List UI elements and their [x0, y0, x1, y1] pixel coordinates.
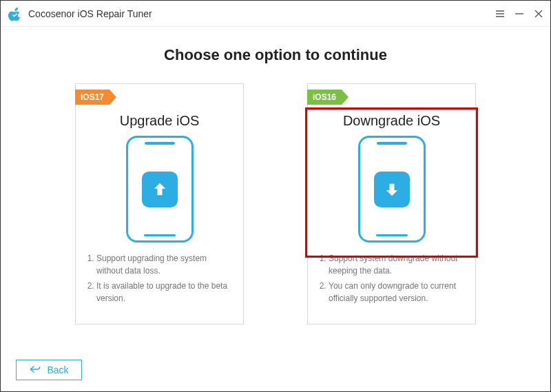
- arrow-down-icon: [374, 172, 410, 207]
- upgrade-bullet-2: It is available to upgrade to the beta v…: [96, 280, 231, 305]
- page-title: Choose one option to continue: [1, 46, 550, 64]
- downgrade-card[interactable]: iOS16 Downgrade iOS Support system downg…: [307, 83, 476, 324]
- minimize-icon[interactable]: [514, 9, 524, 19]
- upgrade-bullets: Support upgrading the system without dat…: [76, 252, 243, 305]
- upgrade-ribbon-label: iOS17: [81, 90, 104, 105]
- phone-icon: [358, 136, 426, 243]
- back-label: Back: [47, 364, 68, 375]
- downgrade-ribbon-label: iOS16: [313, 90, 336, 105]
- upgrade-title: Upgrade iOS: [76, 113, 243, 129]
- downgrade-title: Downgrade iOS: [308, 113, 475, 129]
- downgrade-ribbon: iOS16: [307, 90, 342, 105]
- back-button[interactable]: Back: [16, 360, 82, 380]
- window-title: Cocosenor iOS Repair Tuner: [28, 8, 495, 19]
- phone-notch-icon: [377, 142, 407, 145]
- menu-icon[interactable]: [495, 9, 505, 19]
- window-controls: [495, 9, 543, 19]
- upgrade-card[interactable]: iOS17 Upgrade iOS Support upgrading the …: [75, 83, 244, 324]
- back-button-container: Back: [16, 360, 82, 380]
- app-logo-icon: [8, 6, 23, 21]
- upgrade-illustration: [76, 136, 243, 243]
- downgrade-bullets: Support system downgrade without keeping…: [308, 252, 475, 305]
- close-icon[interactable]: [534, 9, 543, 19]
- back-arrow-icon: [29, 364, 41, 376]
- phone-icon: [126, 136, 194, 243]
- downgrade-bullet-2: You can only downgrade to current offici…: [329, 280, 463, 305]
- phone-notch-icon: [145, 142, 175, 145]
- phone-homebar-icon: [376, 234, 408, 236]
- phone-homebar-icon: [144, 234, 176, 236]
- arrow-up-icon: [142, 172, 178, 207]
- option-cards: iOS17 Upgrade iOS Support upgrading the …: [1, 83, 550, 324]
- title-bar: Cocosenor iOS Repair Tuner: [1, 1, 550, 27]
- downgrade-bullet-1: Support system downgrade without keeping…: [329, 252, 463, 277]
- upgrade-bullet-1: Support upgrading the system without dat…: [96, 252, 231, 277]
- upgrade-ribbon: iOS17: [75, 90, 110, 105]
- downgrade-illustration: [308, 136, 475, 243]
